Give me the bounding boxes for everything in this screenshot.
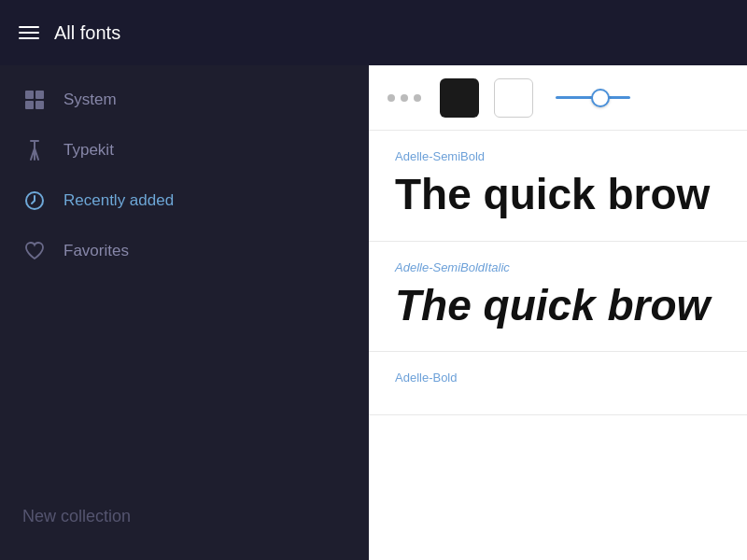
toolbar: [369, 65, 747, 131]
slider-track: [556, 96, 630, 99]
menu-icon[interactable]: [19, 26, 39, 39]
sidebar-item-favorites-label: Favorites: [63, 242, 129, 260]
heart-icon: [22, 239, 47, 263]
sidebar-item-recently-added-label: Recently added: [63, 191, 174, 210]
sidebar-item-system[interactable]: System: [0, 75, 369, 125]
svg-rect-2: [25, 101, 34, 109]
sidebar: System Typekit Recently added: [0, 65, 369, 560]
svg-rect-0: [25, 91, 34, 99]
white-swatch[interactable]: [494, 78, 533, 118]
slider-thumb[interactable]: [591, 89, 610, 107]
font-list: Adelle-SemiBold The quick brow Adelle-Se…: [369, 131, 747, 560]
font-entry-0: Adelle-SemiBold The quick brow: [369, 131, 747, 242]
dot1: [388, 94, 395, 102]
sidebar-item-recently-added[interactable]: Recently added: [0, 175, 369, 226]
dot3: [414, 94, 421, 102]
svg-rect-1: [35, 91, 44, 99]
main-layout: System Typekit Recently added: [0, 65, 747, 560]
sidebar-item-system-label: System: [63, 91, 117, 109]
new-collection-button[interactable]: New collection: [0, 492, 369, 541]
typekit-icon: [22, 138, 47, 162]
clock-icon: [22, 189, 47, 213]
header: All fonts: [0, 0, 747, 65]
more-options-icon[interactable]: [388, 94, 421, 102]
content-area: Adelle-SemiBold The quick brow Adelle-Se…: [369, 65, 747, 560]
size-slider[interactable]: [556, 96, 630, 99]
font-name-2: Adelle-Bold: [395, 371, 721, 385]
font-name-1: Adelle-SemiBoldItalic: [395, 260, 721, 274]
font-entry-2: Adelle-Bold: [369, 352, 747, 415]
font-name-0: Adelle-SemiBold: [395, 149, 721, 163]
system-icon: [22, 88, 47, 112]
font-preview-0: The quick brow: [395, 171, 721, 218]
sidebar-item-typekit[interactable]: Typekit: [0, 125, 369, 175]
sidebar-item-favorites[interactable]: Favorites: [0, 226, 369, 276]
dot2: [401, 94, 408, 102]
font-entry-1: Adelle-SemiBoldItalic The quick brow: [369, 242, 747, 353]
svg-rect-3: [35, 101, 44, 109]
sidebar-item-typekit-label: Typekit: [63, 141, 114, 160]
font-preview-1: The quick brow: [395, 282, 721, 329]
page-title: All fonts: [54, 22, 120, 44]
black-swatch[interactable]: [440, 78, 479, 118]
